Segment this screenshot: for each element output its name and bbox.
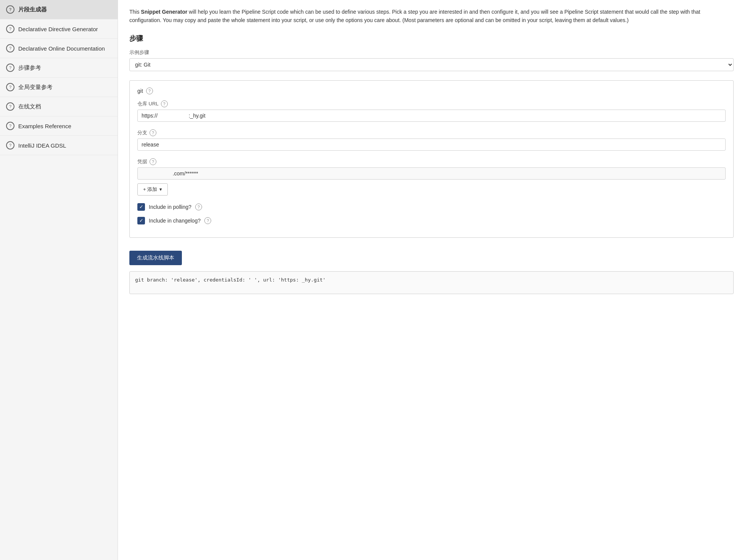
repo-url-help-icon[interactable]: ? xyxy=(161,100,168,107)
polling-help-icon[interactable]: ? xyxy=(195,204,202,210)
question-icon: ? xyxy=(6,83,14,91)
credentials-field: 凭据 ? + 添加 ▾ xyxy=(137,158,726,196)
sidebar-item-label: IntelliJ IDEA GDSL xyxy=(18,142,66,149)
sample-step-select[interactable]: git: Git xyxy=(129,58,734,71)
repo-url-label: 仓库 URL ? xyxy=(137,100,726,107)
branch-label: 分支 ? xyxy=(137,129,726,136)
sidebar-item-intellij-gdsl[interactable]: ?IntelliJ IDEA GDSL xyxy=(0,136,118,155)
sidebar-item-label: Declarative Online Documentation xyxy=(18,45,105,52)
sidebar-item-examples-reference[interactable]: ?Examples Reference xyxy=(0,116,118,136)
credentials-input[interactable] xyxy=(137,167,726,180)
sidebar-item-label: 全局变量参考 xyxy=(18,84,53,91)
git-configuration-box: git ? 仓库 URL ? 分支 ? 凭据 ? xyxy=(129,80,734,238)
sidebar-item-step-reference[interactable]: ?步骤参考 xyxy=(0,58,118,78)
sidebar-item-declarative-directive-generator[interactable]: ?Declarative Directive Generator xyxy=(0,19,118,39)
question-icon: ? xyxy=(6,44,14,52)
sidebar-item-global-variable-reference[interactable]: ?全局变量参考 xyxy=(0,78,118,97)
intro-prefix: This xyxy=(129,9,141,15)
credentials-label: 凭据 ? xyxy=(137,158,726,165)
git-header: git ? xyxy=(137,88,726,94)
main-content: This Snippet Generator will help you lea… xyxy=(118,0,745,560)
sidebar: ?片段生成器?Declarative Directive Generator?D… xyxy=(0,0,118,560)
question-icon: ? xyxy=(6,141,14,150)
snippet-generator-highlight: Snippet Generator xyxy=(141,9,187,15)
polling-label: Include in polling? xyxy=(149,204,191,210)
steps-section-title: 步骤 xyxy=(129,34,734,43)
generate-pipeline-button[interactable]: 生成流水线脚本 xyxy=(129,251,182,265)
sidebar-item-label: 片段生成器 xyxy=(18,6,47,13)
sidebar-item-label: 在线文档 xyxy=(18,103,41,110)
branch-field: 分支 ? xyxy=(137,129,726,151)
changelog-checkbox[interactable]: ✓ xyxy=(137,217,145,224)
changelog-label: Include in changelog? xyxy=(149,218,201,224)
question-icon: ? xyxy=(6,122,14,130)
sidebar-item-label: Examples Reference xyxy=(18,123,71,129)
sidebar-item-declarative-online-documentation[interactable]: ?Declarative Online Documentation xyxy=(0,39,118,58)
changelog-row: ✓ Include in changelog? ? xyxy=(137,217,726,224)
intro-suffix: will help you learn the Pipeline Script … xyxy=(129,9,700,23)
changelog-help-icon[interactable]: ? xyxy=(204,217,211,224)
code-output: git branch: 'release', credentialsId: ' … xyxy=(129,271,734,294)
changelog-checkmark: ✓ xyxy=(139,218,143,223)
repo-url-field: 仓库 URL ? xyxy=(137,100,726,122)
question-icon: ? xyxy=(6,5,14,14)
intro-paragraph: This Snippet Generator will help you lea… xyxy=(129,8,734,25)
branch-help-icon[interactable]: ? xyxy=(150,129,156,136)
sidebar-item-snippet-generator[interactable]: ?片段生成器 xyxy=(0,0,118,19)
sidebar-item-label: 步骤参考 xyxy=(18,64,41,72)
sidebar-item-label: Declarative Directive Generator xyxy=(18,26,98,32)
question-icon: ? xyxy=(6,64,14,72)
sample-step-label: 示例步骤 xyxy=(129,49,734,56)
branch-input[interactable] xyxy=(137,138,726,151)
sample-step-field: 示例步骤 git: Git xyxy=(129,49,734,73)
add-button[interactable]: + 添加 ▾ xyxy=(137,183,168,196)
add-button-label: + 添加 xyxy=(143,186,157,193)
polling-row: ✓ Include in polling? ? xyxy=(137,203,726,211)
repo-url-input[interactable] xyxy=(137,110,726,122)
git-help-icon[interactable]: ? xyxy=(146,88,153,94)
git-label: git xyxy=(137,88,143,94)
question-icon: ? xyxy=(6,25,14,33)
sidebar-item-online-docs[interactable]: ?在线文档 xyxy=(0,97,118,116)
question-icon: ? xyxy=(6,102,14,111)
polling-checkbox[interactable]: ✓ xyxy=(137,203,145,211)
credentials-help-icon[interactable]: ? xyxy=(150,158,156,165)
polling-checkmark: ✓ xyxy=(139,204,143,209)
add-chevron-icon: ▾ xyxy=(159,186,162,192)
